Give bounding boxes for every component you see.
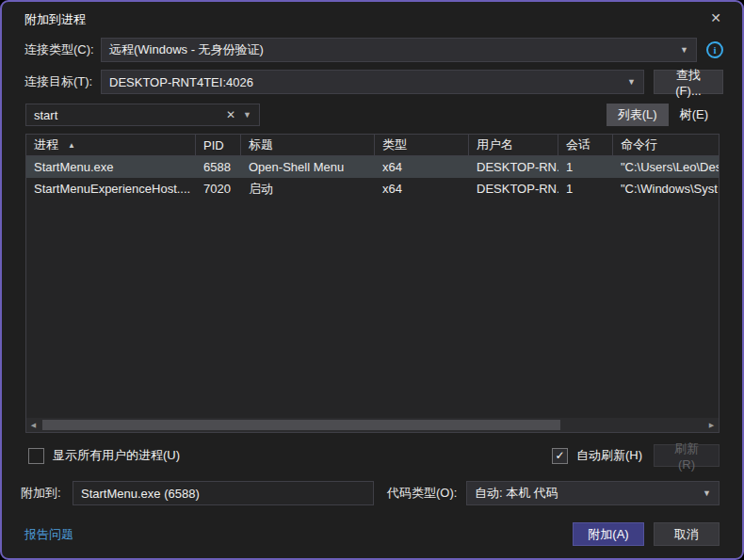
attach-to-row: 附加到: StartMenu.exe (6588) 代码类型(O): 自动: 本…: [21, 481, 720, 505]
cell-session: 1: [558, 178, 613, 200]
cell-type: x64: [375, 178, 469, 200]
connection-target-value: DESKTOP-RNT4TEI:4026: [109, 75, 253, 89]
search-value: start: [34, 108, 220, 122]
cancel-button[interactable]: 取消: [654, 522, 720, 546]
connection-type-select[interactable]: 远程(Windows - 无身份验证) ▼: [101, 38, 697, 62]
cell-pid: 6588: [196, 156, 241, 178]
column-header-user[interactable]: 用户名: [469, 135, 558, 155]
connection-type-value: 远程(Windows - 无身份验证): [109, 41, 264, 58]
scroll-right-icon[interactable]: ▶: [704, 418, 719, 432]
cell-pid: 7020: [196, 178, 241, 200]
chevron-down-icon[interactable]: ▼: [241, 110, 253, 120]
tree-view-button[interactable]: 树(E): [669, 104, 720, 126]
process-search-input[interactable]: start ✕ ▼: [25, 104, 260, 126]
table-header: 进程 ▲ PID 标题 类型 用户名 会话 命令行: [26, 135, 719, 156]
options-row: 显示所有用户的进程(U) ✓ 自动刷新(H) 刷新(R): [28, 444, 720, 467]
cell-process: StartMenu.exe: [26, 156, 196, 178]
list-view-button[interactable]: 列表(L): [607, 104, 669, 126]
code-type-select[interactable]: 自动: 本机 代码 ▼: [466, 481, 720, 505]
cell-title: Open-Shell Menu: [241, 156, 375, 178]
chevron-down-icon: ▼: [627, 77, 636, 87]
scrollbar-thumb[interactable]: [42, 420, 560, 430]
connection-type-row: 连接类型(C): 远程(Windows - 无身份验证) ▼ i: [24, 38, 723, 62]
cell-session: 1: [558, 156, 613, 178]
attach-button[interactable]: 附加(A): [573, 522, 644, 546]
column-header-session[interactable]: 会话: [558, 135, 613, 155]
chevron-down-icon: ▼: [703, 488, 711, 498]
code-type-value: 自动: 本机 代码: [475, 485, 558, 502]
show-all-users-label: 显示所有用户的进程(U): [53, 447, 180, 464]
cell-user: DESKTOP-RN...: [469, 178, 558, 200]
column-header-type[interactable]: 类型: [375, 135, 469, 155]
auto-refresh-checkbox[interactable]: ✓: [552, 448, 568, 464]
connection-target-select[interactable]: DESKTOP-RNT4TEI:4026 ▼: [101, 70, 644, 94]
column-header-pid[interactable]: PID: [196, 135, 241, 155]
column-header-process[interactable]: 进程 ▲: [26, 135, 196, 155]
scroll-left-icon[interactable]: ◀: [26, 418, 40, 432]
connection-type-label: 连接类型(C):: [24, 41, 101, 58]
column-header-cmdline[interactable]: 命令行: [613, 135, 719, 155]
connection-target-label: 连接目标(T):: [24, 73, 101, 90]
report-problem-link[interactable]: 报告问题: [24, 526, 73, 543]
close-icon[interactable]: ✕: [704, 8, 727, 27]
info-icon[interactable]: i: [706, 41, 723, 58]
scrollbar-track[interactable]: [40, 418, 704, 432]
attach-to-label: 附加到:: [21, 485, 73, 502]
process-table: 进程 ▲ PID 标题 类型 用户名 会话 命令行 StartMenu.exe …: [25, 134, 720, 433]
find-button[interactable]: 查找(F)...: [654, 70, 723, 94]
chevron-down-icon: ▼: [680, 45, 688, 55]
sort-asc-icon: ▲: [68, 141, 75, 150]
refresh-button: 刷新(R): [654, 444, 720, 467]
attach-to-field[interactable]: StartMenu.exe (6588): [73, 481, 374, 505]
cell-process: StartMenuExperienceHost....: [26, 178, 196, 200]
clear-search-icon[interactable]: ✕: [220, 108, 241, 121]
table-empty-area: [26, 200, 719, 418]
connection-target-row: 连接目标(T): DESKTOP-RNT4TEI:4026 ▼ 查找(F)...: [24, 70, 723, 94]
cell-title: 启动: [241, 178, 375, 200]
cell-type: x64: [375, 156, 469, 178]
column-header-title[interactable]: 标题: [241, 135, 375, 155]
horizontal-scrollbar[interactable]: ◀ ▶: [26, 418, 719, 432]
auto-refresh-label: 自动刷新(H): [576, 447, 642, 464]
footer: 报告问题 附加(A) 取消: [24, 522, 720, 546]
attach-to-process-dialog: 附加到进程 ✕ 连接类型(C): 远程(Windows - 无身份验证) ▼ i…: [0, 0, 744, 560]
dialog-title: 附加到进程: [24, 12, 86, 26]
table-row[interactable]: StartMenuExperienceHost.... 7020 启动 x64 …: [26, 178, 719, 200]
cell-cmdline: "C:\Windows\Syst: [613, 178, 719, 200]
titlebar[interactable]: 附加到进程 ✕: [2, 2, 742, 34]
filter-toolbar: start ✕ ▼ 列表(L) 树(E): [25, 104, 720, 126]
cell-user: DESKTOP-RN...: [469, 156, 558, 178]
show-all-users-checkbox[interactable]: [28, 448, 44, 464]
code-type-label: 代码类型(O):: [387, 485, 466, 502]
cell-cmdline: "C:\Users\Leo\Des: [613, 156, 719, 178]
table-row[interactable]: StartMenu.exe 6588 Open-Shell Menu x64 D…: [26, 156, 719, 178]
